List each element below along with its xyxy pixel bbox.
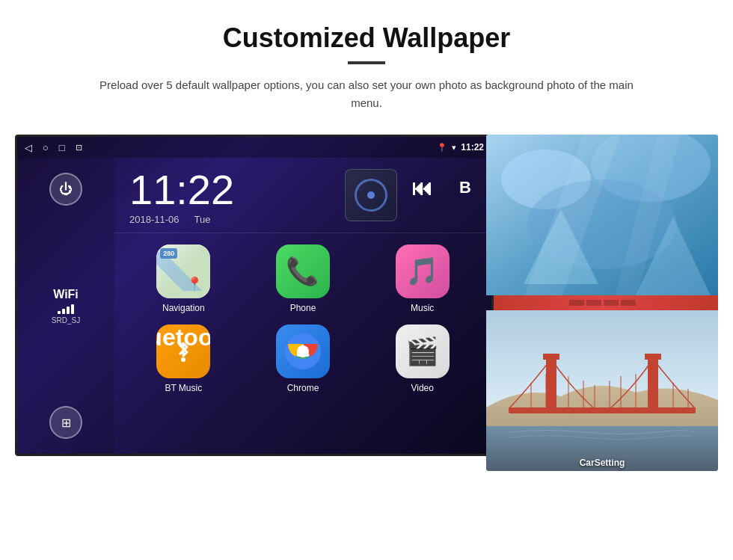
divider-stripe-3 — [604, 300, 619, 306]
power-icon: ⏻ — [59, 182, 73, 197]
wifi-bar-4 — [71, 304, 74, 314]
content-area: ◁ ○ □ ⊡ 📍 ▾ 11:22 ⏻ WiFi — [0, 120, 733, 486]
clock-day: Tue — [194, 214, 211, 225]
location-icon: 📍 — [437, 143, 447, 153]
status-icons: 📍 ▾ 11:22 — [437, 142, 484, 153]
signal-widget — [345, 169, 397, 221]
chrome-icon — [276, 324, 330, 378]
clock-date: 2018-11-06 — [129, 214, 180, 225]
wallpaper-previews: CarSetting — [486, 135, 718, 471]
app-chrome[interactable]: Chrome — [249, 324, 358, 393]
top-widgets: ⏮ B — [337, 158, 491, 229]
svg-point-1 — [181, 357, 185, 362]
wifi-label: WiFi — [52, 288, 80, 301]
app-navigation[interactable]: 280 📍 Navigation — [129, 244, 238, 313]
bridge-background: CarSetting — [486, 310, 718, 471]
status-time: 11:22 — [461, 142, 484, 153]
phone-symbol: 📞 — [286, 256, 319, 287]
music-symbol: 🎵 — [405, 256, 439, 287]
video-icon: 🎬 — [396, 324, 450, 378]
chrome-label: Chrome — [287, 383, 319, 393]
signal-dot — [367, 191, 375, 199]
page-description: Preload over 5 default wallpaper options… — [97, 76, 636, 112]
svg-rect-17 — [543, 354, 559, 360]
bridge-scene-icon — [486, 310, 718, 471]
device-screen: ◁ ○ □ ⊡ 📍 ▾ 11:22 ⏻ WiFi — [15, 135, 494, 456]
wifi-bar-3 — [67, 307, 70, 314]
page-header: Customized Wallpaper Preload over 5 defa… — [0, 0, 733, 120]
home-icon[interactable]: ○ — [43, 142, 49, 153]
ice-crystals-icon — [486, 135, 718, 295]
signal-circle — [355, 179, 387, 212]
video-label: Video — [411, 383, 433, 393]
ice-background — [486, 135, 718, 295]
wifi-bar-1 — [58, 311, 61, 314]
left-sidebar: ⏻ WiFi SRD_SJ ⊞ — [17, 158, 114, 454]
navigation-label: Navigation — [162, 303, 205, 313]
app-grid: 280 📍 Navigation 📞 Phone 🎵 — [114, 237, 491, 401]
bluetooth-icon — [168, 336, 199, 367]
svg-rect-19 — [645, 354, 661, 360]
bluetooth-btn[interactable]: B — [447, 169, 484, 206]
divider-stripe-2 — [586, 300, 601, 306]
wifi-bar-2 — [62, 309, 65, 314]
phone-label: Phone — [290, 303, 316, 313]
video-symbol: 🎬 — [405, 336, 439, 367]
svg-rect-15 — [509, 407, 696, 413]
status-bar: ◁ ○ □ ⊡ 📍 ▾ 11:22 — [17, 137, 491, 158]
wifi-bars — [52, 304, 80, 314]
wifi-info: WiFi SRD_SJ — [52, 288, 80, 324]
phone-icon: 📞 — [276, 244, 330, 298]
page-title: Customized Wallpaper — [45, 22, 688, 54]
carsetting-label: CarSetting — [486, 458, 718, 468]
back-icon[interactable]: ◁ — [25, 142, 32, 153]
bt-music-icon: Bluetooth;🎧 — [156, 324, 210, 378]
music-label: Music — [411, 303, 434, 313]
power-button[interactable]: ⏻ — [49, 173, 82, 206]
navigation-icon: 280 📍 — [156, 244, 210, 298]
apps-button[interactable]: ⊞ — [49, 406, 82, 439]
title-divider — [348, 61, 385, 64]
wallpaper-divider — [486, 295, 718, 310]
recents-icon[interactable]: □ — [59, 142, 65, 153]
app-phone[interactable]: 📞 Phone — [249, 244, 358, 313]
app-music[interactable]: 🎵 Music — [368, 244, 476, 313]
wallpaper-top — [486, 135, 718, 295]
music-icon: 🎵 — [396, 244, 450, 298]
ssid-label: SRD_SJ — [52, 316, 80, 324]
wallpaper-bottom: CarSetting — [486, 310, 718, 471]
app-bt-music[interactable]: Bluetooth;🎧 BT Music — [129, 324, 238, 393]
chrome-logo-icon — [285, 333, 321, 369]
divider-stripe-1 — [569, 300, 584, 306]
screenshot-icon[interactable]: ⊡ — [76, 143, 82, 153]
divider-stripe-4 — [621, 300, 636, 306]
prev-track-btn[interactable]: ⏮ — [403, 169, 441, 206]
nav-icons: ◁ ○ □ ⊡ — [25, 142, 82, 153]
grid-icon: ⊞ — [61, 416, 71, 430]
wifi-status-icon: ▾ — [452, 143, 456, 153]
app-video[interactable]: 🎬 Video — [368, 324, 476, 393]
map-pin-icon: 📍 — [186, 276, 203, 292]
map-badge: 280 — [160, 248, 177, 259]
svg-point-4 — [297, 345, 309, 357]
bt-music-label: BT Music — [165, 383, 202, 393]
device-main: 11:22 2018-11-06 Tue ⏮ B — [114, 158, 491, 454]
